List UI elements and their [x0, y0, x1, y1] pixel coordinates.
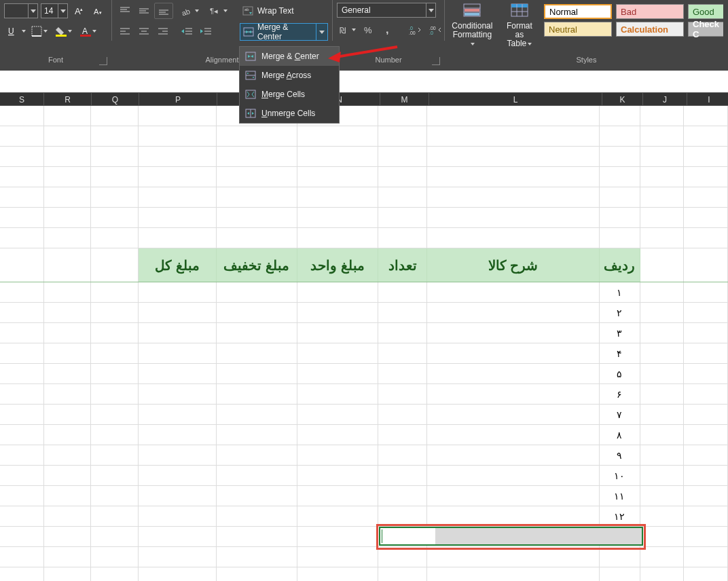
cell[interactable]: ۸	[600, 425, 640, 445]
font-color-icon[interactable]: A	[77, 23, 99, 39]
align-right-icon[interactable]	[154, 23, 172, 39]
cell[interactable]	[0, 527, 44, 546]
cell[interactable]	[640, 384, 685, 404]
cell[interactable]	[640, 126, 685, 146]
cell[interactable]	[297, 228, 378, 248]
cell[interactable]	[297, 187, 378, 207]
cell[interactable]: شرح کالا	[427, 248, 600, 282]
cell[interactable]	[640, 506, 685, 526]
cell[interactable]	[0, 486, 44, 506]
cell[interactable]	[0, 384, 44, 404]
comma-format-icon[interactable]: ,	[380, 22, 397, 38]
cell[interactable]	[91, 147, 139, 166]
conditional-formatting-button[interactable]: ConditionalFormatting	[448, 1, 497, 50]
increase-decimal-icon[interactable]: .0.00	[406, 22, 424, 38]
cell[interactable]	[91, 405, 139, 424]
cell[interactable]	[378, 106, 427, 126]
cell[interactable]	[91, 343, 139, 363]
cell[interactable]	[44, 167, 92, 187]
cell[interactable]	[217, 228, 297, 248]
cell[interactable]	[378, 147, 427, 166]
cell[interactable]	[91, 208, 139, 227]
cell[interactable]	[427, 343, 600, 363]
cell[interactable]	[297, 567, 378, 581]
cell[interactable]	[378, 167, 427, 187]
cell[interactable]	[0, 147, 44, 166]
cell[interactable]	[684, 126, 728, 146]
cell[interactable]	[297, 126, 378, 146]
style-neutral[interactable]: Neutral	[544, 22, 612, 37]
cell[interactable]	[0, 343, 44, 363]
cell[interactable]: ۱۱	[600, 486, 640, 506]
cell[interactable]	[427, 506, 600, 526]
cell[interactable]	[217, 343, 297, 363]
increase-indent-icon[interactable]	[198, 23, 215, 39]
cell[interactable]	[427, 167, 600, 187]
cell[interactable]: ۱	[600, 282, 640, 302]
cell[interactable]	[44, 527, 92, 546]
cell[interactable]	[427, 466, 600, 485]
cell[interactable]	[427, 323, 600, 343]
style-check-cell[interactable]: Check C	[688, 22, 723, 37]
cell[interactable]	[427, 147, 600, 166]
cell[interactable]	[217, 323, 297, 343]
cell[interactable]	[217, 405, 297, 424]
orientation-icon[interactable]: ab	[179, 3, 202, 19]
cell[interactable]: ۹	[600, 445, 640, 465]
cell[interactable]	[91, 506, 139, 526]
cell[interactable]	[91, 248, 139, 282]
cell[interactable]	[684, 248, 728, 282]
cell[interactable]	[0, 405, 44, 424]
format-as-table-button[interactable]: Format asTable	[498, 1, 541, 50]
cell[interactable]	[139, 425, 216, 445]
decrease-decimal-icon[interactable]: .00.0	[426, 22, 444, 38]
align-middle-icon[interactable]	[135, 3, 153, 19]
cell[interactable]: مبلغ تخفیف	[217, 248, 297, 282]
cell[interactable]	[139, 323, 216, 343]
cell[interactable]	[378, 364, 427, 383]
column-header-M[interactable]: M	[380, 93, 429, 105]
cell[interactable]	[91, 228, 139, 248]
cell[interactable]	[297, 527, 378, 546]
cell[interactable]	[427, 486, 600, 506]
cell[interactable]	[640, 425, 685, 445]
cell[interactable]	[427, 405, 600, 424]
cell[interactable]	[684, 364, 728, 383]
cell[interactable]: ۱۲	[600, 506, 640, 526]
style-bad[interactable]: Bad	[616, 4, 684, 19]
cell[interactable]	[139, 282, 216, 302]
cell[interactable]	[297, 282, 378, 302]
cell[interactable]	[91, 282, 139, 302]
cell[interactable]	[0, 187, 44, 207]
cell[interactable]	[91, 167, 139, 187]
merge-center-button[interactable]: Merge & Center	[240, 23, 328, 41]
cell[interactable]	[378, 208, 427, 227]
cell[interactable]	[139, 208, 216, 227]
cell[interactable]	[139, 106, 216, 126]
font-size-select[interactable]: 14	[41, 3, 68, 18]
cell[interactable]	[139, 486, 216, 506]
cell[interactable]	[600, 106, 640, 126]
cell[interactable]	[44, 547, 92, 567]
cell[interactable]	[0, 126, 44, 146]
cell[interactable]	[684, 384, 728, 404]
column-header-I[interactable]: I	[687, 93, 728, 105]
cell[interactable]	[427, 384, 600, 404]
cell[interactable]	[684, 425, 728, 445]
cell[interactable]	[217, 425, 297, 445]
cell[interactable]	[139, 405, 216, 424]
cell[interactable]	[91, 445, 139, 465]
cell[interactable]	[44, 466, 92, 485]
cell[interactable]	[427, 126, 600, 146]
cell[interactable]	[684, 567, 728, 581]
cell[interactable]	[427, 567, 600, 581]
border-icon[interactable]	[29, 23, 50, 39]
cell[interactable]	[684, 527, 728, 546]
cell[interactable]	[217, 303, 297, 322]
cell[interactable]	[640, 106, 685, 126]
align-bottom-icon[interactable]	[154, 3, 173, 19]
cell[interactable]: مبلغ واحد	[297, 248, 378, 282]
cell[interactable]	[427, 106, 600, 126]
cell[interactable]	[378, 466, 427, 485]
cell[interactable]	[44, 303, 92, 322]
